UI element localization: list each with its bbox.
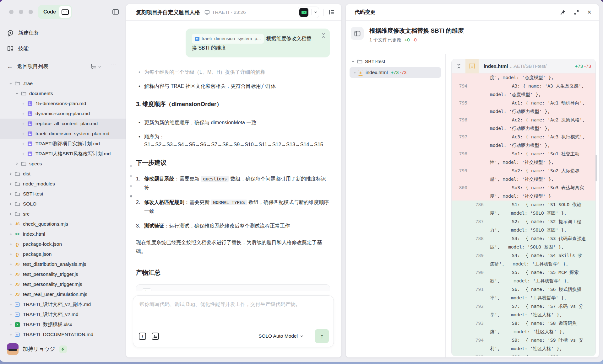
- modified-dot: [20, 123, 26, 125]
- window-minimize-button[interactable]: [19, 10, 23, 14]
- javascript-file-icon: JS: [15, 282, 19, 286]
- sidebar-file-TRAETI___v2__.md[interactable]: MTRAETI_设计文档_v2_副本.md: [0, 299, 126, 309]
- diff-row: 度', model: '社交模型' }: [452, 192, 595, 201]
- collapse-message-icon[interactable]: [321, 33, 326, 38]
- new-line-number: 795: [468, 353, 484, 356]
- diff-line-text: 度', model: '社交模型' }: [452, 192, 595, 201]
- artifact-card-header[interactable]: +— 1 个文件已更改 +73 -73 ↗: [136, 285, 330, 291]
- sidebar-file-SBTI-test[interactable]: SBTI-test: [0, 189, 126, 199]
- sidebar-file-package.json[interactable]: {}package.json: [0, 249, 126, 259]
- tree-view-toggle[interactable]: [90, 64, 101, 70]
- diff-row: 症', model: 'SOLO 基因' },: [452, 243, 595, 251]
- markdown-file-icon: M: [195, 37, 199, 41]
- sidebar-file-test_real_user_simulation.mjs[interactable]: JStest_real_user_simulation.mjs: [0, 289, 126, 299]
- file-label: 15-dimensions-plan.md: [35, 101, 86, 106]
- step-number: 2.: [136, 198, 144, 215]
- sidebar-file-package-lock.json[interactable]: {}package-lock.json: [0, 239, 126, 249]
- chat-input[interactable]: [133, 296, 334, 324]
- chat-messages[interactable]: M traeti_dimension_system_p... 根据维度修改文档替…: [126, 21, 341, 291]
- diff-file-path: ...AETI/SBTI-test/: [510, 63, 547, 69]
- close-icon[interactable]: ×: [587, 9, 591, 16]
- sidebar-file-test_personality_trigger.js[interactable]: JStest_personality_trigger.js: [0, 269, 126, 279]
- sidebar-file-node_modules[interactable]: node_modules: [0, 179, 126, 189]
- change-summary: 根据维度修改文档替换 SBTI 的维度 1 个文件已更改 +0 -0: [346, 21, 599, 43]
- sidebar-file-15-dimensions-plan.md[interactable]: 15-dimensions-plan.md: [0, 99, 126, 109]
- diff-row: model: '行动驱力模型' },: [452, 124, 595, 133]
- user-profile[interactable]: 加持リョウジ: [7, 343, 67, 355]
- sidebar-file-specs[interactable]: specs: [0, 159, 126, 169]
- diff-content[interactable]: 度', model: '态度模型' },794 A3: { name: 'A3 …: [452, 73, 595, 356]
- slash-command-icon[interactable]: /: [139, 333, 146, 340]
- sidebar-item-new-task[interactable]: 新建任务: [7, 29, 39, 36]
- code-mode-switch[interactable]: Code: [38, 5, 72, 19]
- tree-file-index-html[interactable]: ± index.html +73 -73: [350, 67, 441, 78]
- back-to-projects[interactable]: ← 返回项目列表: [7, 63, 48, 70]
- folder-icon: [14, 172, 21, 176]
- modified-dot: [20, 103, 26, 104]
- collapse-diff-icon[interactable]: [457, 64, 461, 69]
- chevron-icon: [8, 172, 14, 175]
- sidebar-file-documents[interactable]: documents: [0, 88, 126, 99]
- sidebar-file-test_distribution_analysis.mjs[interactable]: JStest_distribution_analysis.mjs: [0, 259, 126, 269]
- sidebar-file-TRAETI_SBTI_.md[interactable]: TRAETI人格SBTI风格改写计划.md: [0, 149, 126, 159]
- sidebar-toggle-icon[interactable]: [112, 8, 119, 16]
- diff-header[interactable]: ± index.html ...AETI/SBTI-test/ +73 -73: [452, 59, 595, 73]
- file-label: TRAETI测评项目实施计划.md: [35, 141, 100, 147]
- sidebar-file-.trae[interactable]: .trae: [0, 78, 126, 88]
- new-line-number: 788: [468, 234, 484, 243]
- sidebar-file-TRAETI_.md[interactable]: TRAETI测评项目实施计划.md: [0, 139, 126, 149]
- sidebar-file-traeti_dimension_system_plan.md[interactable]: traeti_dimension_system_plan.md: [0, 129, 126, 139]
- chevron-icon: [14, 92, 20, 95]
- solo-mode-selector[interactable]: [298, 7, 319, 18]
- file-label: SBTI-test: [23, 191, 43, 197]
- attach-image-icon[interactable]: [152, 333, 159, 340]
- code-mode-label: Code: [43, 9, 56, 15]
- sidebar-item-skills[interactable]: 技能: [7, 45, 29, 52]
- diff-row: 795 S10: { name: 'S10: [452, 353, 595, 356]
- diff-row: 791 S6: { name: 'S6 模式切换频: [452, 285, 595, 294]
- sidebar-file-TRAETI__.xlsx[interactable]: XTRAETI_数据模板.xlsx: [0, 319, 126, 329]
- pin-icon[interactable]: [560, 10, 566, 15]
- sidebar-file-TRAETI___v2.md[interactable]: MTRAETI_设计文档_v2.md: [0, 309, 126, 319]
- file-label: package-lock.json: [23, 241, 62, 247]
- sidebar-file-TRAETI_DOCUMENTATION.md[interactable]: MTRAETI_DOCUMENTATION.md: [0, 329, 126, 340]
- sidebar-file-check_questions.mjs[interactable]: JScheck_questions.mjs: [0, 219, 126, 229]
- app-window: Code 新建任务: [0, 0, 603, 362]
- expand-icon[interactable]: [574, 10, 579, 15]
- sidebar-file-dynamic-scoring-plan.md[interactable]: dynamic-scoring-plan.md: [0, 109, 126, 119]
- tree-folder-sbti-test[interactable]: SBTI-test: [346, 56, 445, 67]
- model-selector[interactable]: SOLO Auto Model: [258, 333, 303, 339]
- markdown-file-icon: M: [15, 302, 20, 307]
- window-controls[interactable]: [9, 10, 33, 14]
- chat-composer[interactable]: / SOLO Auto Model ↑: [133, 295, 334, 347]
- diff-line-text: 度', model: '态度模型' },: [452, 73, 595, 82]
- closing-paragraph: 现在维度系统已经完全按照文档要求进行了替换，为后续的题目和人格修改奠定了基础。: [136, 238, 330, 256]
- old-line-number: 798: [452, 150, 467, 158]
- new-line-number: 790: [468, 268, 484, 277]
- folder-icon: [14, 192, 21, 196]
- energy-badge[interactable]: [59, 345, 67, 353]
- window-zoom-button[interactable]: [29, 10, 33, 14]
- diff-row: model: '行动驱力模型' },: [452, 141, 595, 150]
- scrollbar-thumb[interactable]: [595, 155, 597, 181]
- modified-dot: [8, 254, 14, 255]
- old-line-number: 796: [452, 116, 467, 124]
- sidebar-file-dist[interactable]: dist: [0, 169, 126, 179]
- sidebar-file-src[interactable]: src: [0, 209, 126, 219]
- window-close-button[interactable]: [9, 10, 14, 14]
- modified-dot: [8, 244, 14, 245]
- sidebar-file-SOLO[interactable]: SOLO: [0, 199, 126, 209]
- sidebar-file-test_personality_trigger.mjs[interactable]: JStest_personality_trigger.mjs: [0, 279, 126, 289]
- attached-file-chip[interactable]: M traeti_dimension_system_p...: [192, 34, 264, 44]
- tree-more-icon[interactable]: ···: [111, 62, 117, 68]
- sidebar-file-replace_all_content_plan.md[interactable]: replace_all_content_plan.md: [0, 119, 126, 129]
- open-external-icon[interactable]: ↗: [319, 291, 324, 291]
- code-changes-panel: 代码变更 ×: [345, 4, 599, 358]
- layout-toggle-icon[interactable]: [328, 9, 335, 15]
- send-button[interactable]: ↑: [315, 329, 329, 343]
- chat-header: 复刻项目并自定义题目人格 TRAETI · 23:26: [126, 4, 341, 21]
- back-arrow-icon: ←: [7, 63, 13, 70]
- file-label: replace_all_content_plan.md: [35, 121, 98, 126]
- code-mode-icon: [59, 6, 71, 18]
- sidebar-file-index.html[interactable]: <>index.html: [0, 229, 126, 239]
